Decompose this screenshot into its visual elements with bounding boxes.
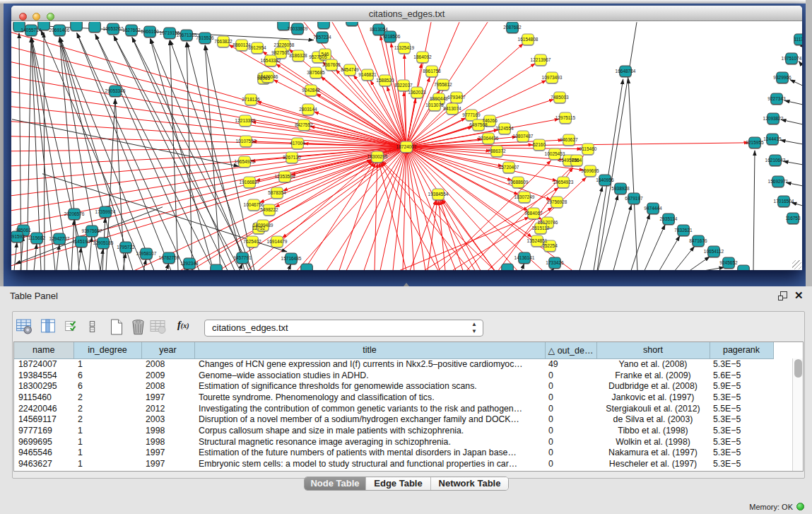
- svg-text:9457791: 9457791: [233, 255, 252, 260]
- svg-text:12213967: 12213967: [531, 57, 551, 62]
- svg-text:8471676: 8471676: [689, 238, 707, 243]
- svg-text:7832621: 7832621: [674, 228, 693, 233]
- svg-text:20364436: 20364436: [478, 136, 499, 141]
- svg-text:8813054: 8813054: [370, 27, 388, 32]
- svg-text:6879197: 6879197: [625, 196, 643, 201]
- svg-text:391593: 391593: [11, 234, 25, 239]
- svg-text:7955812: 7955812: [434, 82, 452, 87]
- svg-text:19756928: 19756928: [547, 199, 567, 204]
- svg-text:5878354: 5878354: [268, 190, 286, 195]
- svg-text:6966160: 6966160: [141, 29, 159, 34]
- svg-text:1292344: 1292344: [180, 261, 199, 266]
- svg-text:19654925: 19654925: [235, 159, 255, 164]
- svg-text:9474444: 9474444: [644, 206, 662, 211]
- svg-text:19218506: 19218506: [380, 34, 401, 39]
- svg-text:18724007: 18724007: [396, 144, 417, 149]
- svg-text:11175: 11175: [794, 37, 802, 42]
- svg-text:1244415: 1244415: [763, 136, 782, 141]
- svg-text:1145194: 1145194: [73, 239, 90, 244]
- svg-text:8454749: 8454749: [341, 67, 359, 72]
- svg-text:546: 546: [322, 52, 329, 57]
- svg-text:10807487: 10807487: [513, 134, 534, 139]
- svg-text:417004: 417004: [290, 141, 305, 146]
- svg-text:9227343: 9227343: [767, 96, 786, 101]
- svg-text:9329966: 9329966: [773, 75, 792, 80]
- svg-text:10654112: 10654112: [704, 249, 724, 254]
- svg-text:3124554: 3124554: [495, 126, 514, 131]
- svg-text:19654923: 19654923: [553, 180, 574, 185]
- svg-text:9699695: 9699695: [581, 168, 599, 173]
- svg-text:7886372: 7886372: [488, 148, 506, 153]
- svg-text:9245652: 9245652: [719, 260, 738, 265]
- svg-text:8427552: 8427552: [295, 122, 313, 127]
- svg-text:10973493: 10973493: [542, 75, 563, 80]
- svg-text:19384554: 19384554: [428, 192, 449, 197]
- svg-text:17016504: 17016504: [774, 199, 794, 204]
- svg-text:16782759: 16782759: [159, 255, 180, 260]
- svg-text:1615112: 1615112: [532, 226, 550, 230]
- svg-text:10688609: 10688609: [508, 180, 529, 185]
- svg-text:14136141: 14136141: [514, 255, 535, 260]
- svg-text:116753: 116753: [785, 216, 801, 221]
- svg-text:20691406: 20691406: [49, 28, 70, 33]
- svg-text:1588520: 1588520: [376, 78, 394, 83]
- svg-text:5498222: 5498222: [260, 207, 278, 212]
- svg-text:16648784: 16648784: [616, 69, 636, 74]
- svg-text:5938928: 5938928: [611, 186, 630, 191]
- svg-text:8413074: 8413074: [443, 106, 461, 111]
- svg-text:16120746: 16120746: [538, 220, 558, 225]
- svg-text:9115460: 9115460: [579, 146, 597, 151]
- svg-text:8961758: 8961758: [423, 69, 441, 74]
- svg-text:11325419: 11325419: [394, 45, 415, 50]
- svg-text:22420046: 22420046: [258, 74, 278, 79]
- svg-text:20206576: 20206576: [64, 211, 85, 216]
- svg-text:1864092: 1864092: [413, 54, 432, 59]
- svg-text:3875685: 3875685: [307, 70, 325, 75]
- svg-text:17359924: 17359924: [95, 209, 116, 214]
- svg-text:1527602: 1527602: [122, 28, 141, 33]
- svg-text:7625402: 7625402: [243, 239, 261, 244]
- svg-text:2935114: 2935114: [660, 216, 678, 221]
- svg-text:8864: 8864: [572, 158, 582, 163]
- svg-text:252254: 252254: [542, 243, 558, 248]
- svg-text:9242848: 9242848: [302, 88, 320, 93]
- svg-text:8912954: 8912954: [248, 45, 266, 50]
- svg-text:16033809: 16033809: [288, 26, 308, 31]
- svg-text:9146821: 9146821: [358, 72, 377, 77]
- svg-text:19166827: 19166827: [240, 180, 260, 185]
- svg-text:7857224: 7857224: [313, 35, 331, 40]
- svg-text:1115682: 1115682: [28, 235, 46, 240]
- svg-text:1013078: 1013078: [425, 103, 444, 107]
- svg-text:2718126: 2718126: [242, 97, 260, 102]
- svg-text:10046756: 10046756: [244, 202, 264, 207]
- svg-text:8990448: 8990448: [430, 96, 448, 101]
- svg-text:62160: 62160: [533, 142, 546, 147]
- svg-text:10107552: 10107552: [236, 139, 257, 144]
- svg-text:18300295: 18300295: [367, 154, 388, 159]
- svg-text:23226058: 23226058: [274, 42, 295, 47]
- svg-text:1795722: 1795722: [117, 245, 135, 250]
- svg-text:15692971: 15692971: [768, 179, 789, 184]
- svg-text:7485003: 7485003: [551, 95, 569, 100]
- svg-text:2087682: 2087682: [503, 25, 522, 30]
- svg-text:14099489: 14099489: [253, 223, 273, 228]
- svg-text:15716485: 15716485: [281, 256, 302, 261]
- svg-text:12905185: 12905185: [93, 240, 114, 245]
- svg-text:10025453: 10025453: [545, 151, 565, 156]
- svg-text:12093822: 12093822: [763, 116, 784, 121]
- svg-text:15720407: 15720407: [499, 165, 519, 170]
- svg-text:16543382: 16543382: [261, 58, 281, 63]
- svg-text:13524851: 13524851: [527, 238, 548, 243]
- svg-text:16914479: 16914479: [267, 239, 288, 244]
- svg-text:10653267: 10653267: [103, 26, 124, 31]
- svg-text:1362023: 1362023: [408, 90, 426, 95]
- svg-text:9777169: 9777169: [462, 112, 481, 117]
- svg-text:7515526: 7515526: [196, 35, 214, 40]
- svg-text:2367608: 2367608: [322, 62, 341, 67]
- svg-text:12213389: 12213389: [235, 118, 256, 123]
- svg-text:7663822: 7663822: [214, 39, 233, 44]
- svg-text:16210643: 16210643: [765, 158, 786, 163]
- svg-text:12353594: 12353594: [275, 174, 295, 179]
- svg-text:985061: 985061: [16, 228, 31, 233]
- svg-text:12942737: 12942737: [49, 236, 70, 241]
